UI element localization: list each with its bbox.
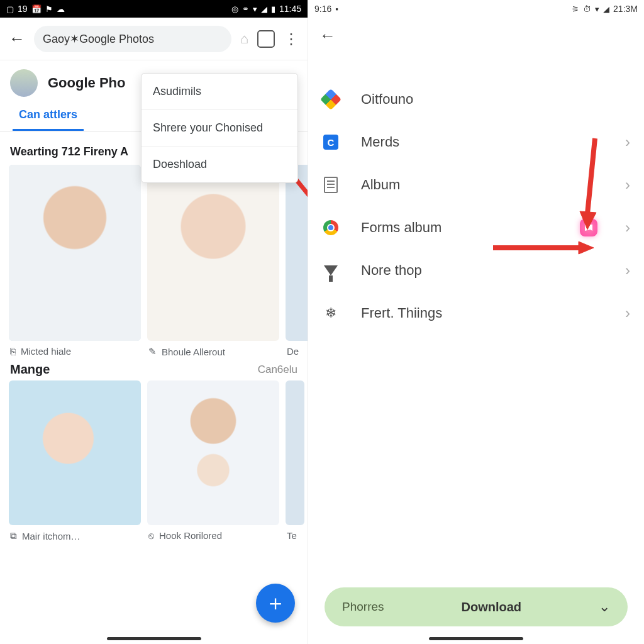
back-button[interactable]: ← — [9, 29, 25, 48]
chevron-down-icon: ⌄ — [599, 599, 610, 615]
photo-thumb — [286, 380, 304, 525]
photo-card-peek[interactable]: De — [286, 165, 308, 362]
menu-item-1[interactable]: Asudimils — [142, 74, 297, 110]
chevron-right-icon: › — [625, 304, 630, 322]
photo-card[interactable]: ⧉Mair itchom… — [9, 380, 141, 547]
pill-main-label: Download — [409, 600, 574, 614]
cast-icon: ⚞ — [572, 4, 579, 14]
photo-grid-2: ⧉Mair itchom… ⎋Hook Rorilored Te — [0, 380, 308, 547]
section2-heading: Mange — [10, 362, 50, 377]
avatar[interactable] — [10, 69, 38, 97]
app-indicator-icon: ▪ — [335, 4, 338, 14]
photo-thumb — [9, 165, 141, 341]
chevron-right-icon: › — [625, 219, 630, 236]
photo-thumb — [9, 380, 141, 525]
photo-card-peek[interactable]: Te — [286, 380, 304, 547]
overflow-menu: Asudimils Shrere your Chonised Doeshload — [141, 73, 298, 183]
menu-item-album[interactable]: Album › — [317, 164, 635, 206]
statusbar-right: 9:16 ▪ ⚞ ⏱ ▾ ◢ 21:3M — [308, 0, 644, 18]
link-icon: ⎋ — [148, 530, 154, 541]
back-button[interactable]: ← — [319, 26, 336, 45]
photo-grid-1: ⎘Micted hiale ✎Bhoule Allerout De — [0, 165, 308, 362]
menu-item-merds[interactable]: C Merds › — [317, 121, 635, 164]
misc-icon: ⚑ — [45, 4, 53, 14]
photo-card[interactable]: ⎋Hook Rorilored — [147, 380, 279, 547]
url-text: Gaoy✶Google Photos — [43, 32, 154, 46]
target-icon: ◎ — [231, 4, 238, 14]
menu-item-forms-album[interactable]: Forms album › — [317, 206, 635, 249]
tab-count-icon: ▢ — [6, 4, 14, 14]
alarm-icon: ⏱ — [583, 4, 591, 14]
menu-label: Album — [361, 177, 400, 193]
filter-icon — [322, 262, 340, 279]
menu-item-2[interactable]: Shrere your Chonised — [142, 110, 297, 147]
album-icon: ⧉ — [10, 530, 17, 541]
bottom-pill[interactable]: Phorres Download ⌄ — [325, 587, 628, 626]
chrome-icon — [322, 219, 340, 236]
calendar-icon: 📅 — [31, 4, 42, 14]
app-header-right: ← — [308, 18, 644, 53]
statusbar-left: ▢ 19 📅 ⚑ ☁ ◎ ⚭ ▾ ◢ ▮ 11:45 — [0, 0, 308, 18]
c-icon: C — [322, 133, 340, 151]
signal-icon: ◢ — [603, 4, 609, 14]
menu-item-nore-thop[interactable]: Nore thop › — [317, 249, 635, 292]
chevron-right-icon: › — [625, 133, 630, 151]
bookmark-icon: ⎘ — [10, 346, 16, 357]
url-bar[interactable]: Gaoy✶Google Photos — [34, 26, 231, 52]
photo-label: De — [287, 346, 299, 357]
menu-item-frert-things[interactable]: ❄ Frert. Thiings › — [317, 292, 635, 335]
chevron-right-icon: › — [625, 176, 630, 194]
statusbar-clock: 11:45 — [279, 4, 301, 14]
signal-icon: ◢ — [261, 4, 267, 14]
cloud-icon: ☁ — [57, 4, 65, 14]
home-icon[interactable]: ⌂ — [240, 31, 248, 47]
menu-label: Nore thop — [361, 262, 422, 279]
photo-thumb — [147, 380, 279, 525]
menu-label: Merds — [361, 134, 399, 150]
right-screenshot: 9:16 ▪ ⚞ ⏱ ▾ ◢ 21:3M ← Oitfouno C Merds … — [308, 0, 644, 644]
photo-card[interactable]: ✎Bhoule Allerout — [147, 165, 279, 362]
statusbar-clock: 9:16 — [314, 4, 331, 14]
browser-toolbar: ← Gaoy✶Google Photos ⌂ ⋮ — [0, 18, 308, 60]
bluetooth-icon: ⚭ — [242, 4, 249, 14]
section2-row: Mange Can6elu — [0, 362, 308, 380]
chevron-right-icon: › — [625, 262, 630, 279]
wifi-icon: ▾ — [595, 4, 599, 14]
menu-label: Frert. Thiings — [361, 305, 442, 321]
badge-pink-icon — [580, 219, 597, 236]
photo-label: Te — [287, 530, 297, 541]
tab-active[interactable]: Can attlers — [13, 101, 84, 131]
photo-thumb — [286, 165, 308, 341]
menu-item-3[interactable]: Doeshload — [142, 147, 297, 182]
pill-left-label: Phorres — [342, 600, 384, 614]
snowflake-icon: ❄ — [322, 304, 340, 322]
settings-menu: Oitfouno C Merds › Album › Forms album ›… — [308, 53, 644, 335]
gesture-bar — [429, 637, 523, 640]
menu-label: Oitfouno — [361, 91, 413, 108]
photo-thumb — [147, 165, 279, 341]
battery-icon: ▮ — [271, 4, 275, 14]
photo-label: Micted hiale — [21, 346, 71, 357]
photo-label: Bhoule Allerout — [162, 347, 225, 357]
gesture-bar — [107, 637, 201, 640]
overflow-menu-button[interactable]: ⋮ — [284, 30, 299, 48]
app-title: Google Pho — [48, 75, 125, 91]
photo-label: Hook Rorilored — [159, 530, 222, 541]
tabs-button[interactable] — [257, 30, 275, 48]
fab-add[interactable]: ＋ — [256, 584, 295, 623]
document-icon — [322, 176, 340, 194]
statusbar-right-text: 21:3M — [613, 4, 638, 14]
multicolor-icon — [322, 91, 340, 108]
statusbar-left-text: 19 — [18, 4, 28, 14]
edit-icon: ✎ — [148, 346, 157, 357]
photo-label: Mair itchom… — [22, 531, 80, 541]
section2-link[interactable]: Can6elu — [258, 364, 297, 376]
menu-item-oitfouno[interactable]: Oitfouno — [317, 78, 635, 121]
wifi-icon: ▾ — [253, 4, 257, 14]
menu-label: Forms album — [361, 219, 441, 236]
left-screenshot: ▢ 19 📅 ⚑ ☁ ◎ ⚭ ▾ ◢ ▮ 11:45 ← Gaoy✶Google… — [0, 0, 308, 644]
photo-card[interactable]: ⎘Micted hiale — [9, 165, 141, 362]
